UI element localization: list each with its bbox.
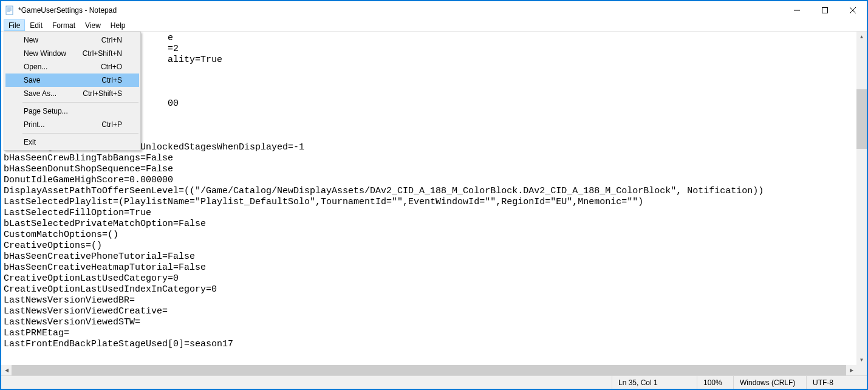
status-position: Ln 35, Col 1 bbox=[612, 376, 697, 389]
scroll-left-icon[interactable]: ◀ bbox=[1, 365, 12, 375]
menu-open[interactable]: Open... Ctrl+O bbox=[5, 60, 139, 74]
scroll-track[interactable] bbox=[856, 42, 867, 355]
close-button[interactable] bbox=[839, 1, 867, 19]
svg-rect-6 bbox=[822, 8, 828, 13]
scroll-thumb[interactable] bbox=[12, 365, 846, 375]
menu-save-as[interactable]: Save As... Ctrl+Shift+S bbox=[5, 87, 139, 100]
menu-shortcut: Ctrl+Shift+N bbox=[83, 49, 122, 58]
menu-page-setup[interactable]: Page Setup... bbox=[5, 104, 139, 118]
menu-help[interactable]: Help bbox=[106, 19, 131, 31]
menu-label: New bbox=[24, 36, 38, 44]
menu-label: Save bbox=[24, 76, 40, 84]
scroll-thumb[interactable] bbox=[856, 89, 867, 149]
menu-shortcut: Ctrl+N bbox=[101, 36, 122, 44]
statusbar: Ln 35, Col 1 100% Windows (CRLF) UTF-8 bbox=[1, 375, 867, 389]
menu-shortcut: Ctrl+S bbox=[101, 76, 122, 84]
menu-new-window[interactable]: New Window Ctrl+Shift+N bbox=[5, 47, 139, 60]
menu-new[interactable]: New Ctrl+N bbox=[5, 33, 139, 47]
status-eol: Windows (CRLF) bbox=[733, 376, 806, 389]
scroll-down-icon[interactable]: ▼ bbox=[856, 355, 867, 365]
menu-label: Page Setup... bbox=[24, 107, 68, 115]
status-encoding: UTF-8 bbox=[806, 376, 867, 389]
window-controls bbox=[783, 1, 867, 19]
menu-separator bbox=[22, 133, 138, 134]
menubar: File Edit Format View Help bbox=[1, 19, 867, 32]
menu-file[interactable]: File bbox=[4, 19, 25, 31]
file-dropdown: New Ctrl+N New Window Ctrl+Shift+N Open.… bbox=[4, 32, 141, 151]
vertical-scrollbar[interactable]: ▲ ▼ bbox=[856, 32, 867, 365]
scroll-up-icon[interactable]: ▲ bbox=[856, 32, 867, 42]
maximize-button[interactable] bbox=[811, 1, 839, 19]
menu-shortcut: Ctrl+Shift+S bbox=[83, 89, 122, 98]
horizontal-scrollbar[interactable]: ◀ ▶ bbox=[1, 365, 856, 375]
status-spacer bbox=[1, 376, 612, 389]
scroll-track[interactable] bbox=[12, 365, 846, 375]
titlebar: *GameUserSettings - Notepad bbox=[1, 1, 867, 19]
scroll-corner bbox=[856, 365, 867, 375]
menu-format[interactable]: Format bbox=[47, 19, 80, 31]
menu-shortcut: Ctrl+P bbox=[101, 120, 122, 129]
menu-label: Save As... bbox=[24, 89, 56, 98]
menu-shortcut: Ctrl+O bbox=[101, 63, 122, 71]
menu-label: Print... bbox=[24, 120, 45, 129]
status-zoom: 100% bbox=[697, 376, 733, 389]
menu-edit[interactable]: Edit bbox=[25, 19, 47, 31]
menu-label: Exit bbox=[24, 138, 36, 146]
scroll-right-icon[interactable]: ▶ bbox=[846, 365, 856, 375]
menu-print[interactable]: Print... Ctrl+P bbox=[5, 118, 139, 131]
menu-exit[interactable]: Exit bbox=[5, 135, 139, 149]
menu-label: New Window bbox=[24, 49, 66, 58]
minimize-button[interactable] bbox=[783, 1, 811, 19]
menu-separator bbox=[22, 102, 138, 103]
window-title: *GameUserSettings - Notepad bbox=[18, 6, 117, 15]
menu-save[interactable]: Save Ctrl+S bbox=[5, 74, 139, 87]
menu-view[interactable]: View bbox=[80, 19, 106, 31]
notepad-icon bbox=[5, 5, 15, 15]
menu-label: Open... bbox=[24, 63, 47, 71]
